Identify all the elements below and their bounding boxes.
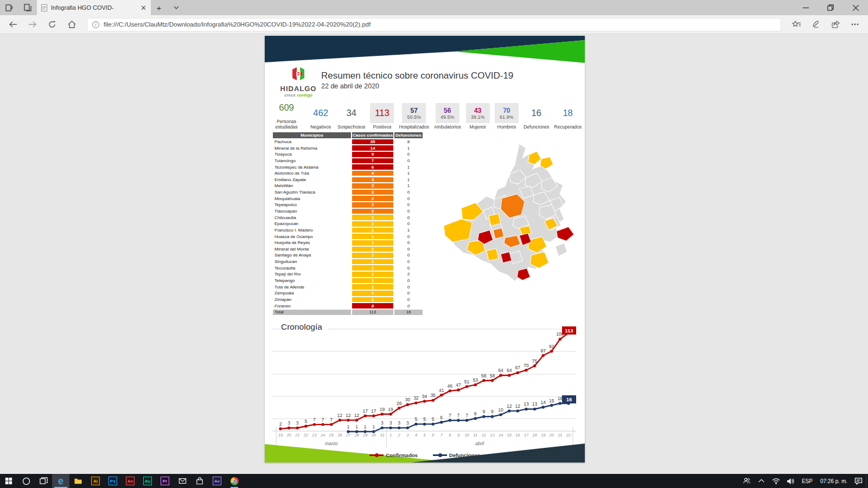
confirmed-cases-bar: 1 <box>352 253 393 258</box>
language-indicator[interactable]: ESP <box>798 474 816 488</box>
taskbar-store-button[interactable] <box>191 474 208 488</box>
stat-label: Hombres <box>497 125 516 130</box>
deaths-value: 0 <box>394 158 423 163</box>
data-point-label: 6 <box>440 415 443 420</box>
tray-chevron-up-button[interactable] <box>754 474 769 488</box>
confirmed-cases-bar: 1 <box>352 234 393 239</box>
taskbar-mail-button[interactable] <box>174 474 191 488</box>
tab-close-icon[interactable]: ✕ <box>141 4 146 12</box>
clock[interactable]: 07:26 p. m. <box>816 474 851 488</box>
data-point-label: 3 <box>406 420 409 426</box>
more-options-icon[interactable] <box>845 16 865 33</box>
stat-percentage: 49.5% <box>441 114 455 120</box>
data-point <box>508 409 510 412</box>
taskbar-chrome-button[interactable] <box>226 474 243 488</box>
action-center-button[interactable] <box>851 474 866 488</box>
municipality-name: Tezontepec de Aldama <box>273 165 351 170</box>
deaths-value: 1 <box>394 171 423 176</box>
table-row: Metztitlán31 <box>273 183 424 189</box>
deaths-value: 0 <box>394 266 423 271</box>
data-point <box>304 425 307 427</box>
taskbar-illustrator-icon[interactable]: Ai <box>87 474 104 488</box>
new-tab-button[interactable]: + <box>151 0 167 15</box>
data-point-label: 16 <box>558 396 563 401</box>
data-point <box>559 338 561 341</box>
deaths-value: 0 <box>394 240 423 245</box>
taskbar-premiere-icon[interactable]: Pr <box>156 474 174 488</box>
data-point-label: 7 <box>330 417 333 422</box>
deaths-value: 0 <box>394 196 423 201</box>
browser-tab[interactable]: Infografia HGO COVID- ✕ <box>37 0 151 15</box>
day-tick-label: 6 <box>432 433 435 438</box>
forward-icon[interactable] <box>23 16 42 33</box>
url-text[interactable]: file:///C:/Users/ClauMtz/Downloads/Infog… <box>104 21 371 28</box>
stat-value: 113 <box>375 108 389 118</box>
data-point <box>508 374 510 377</box>
taskbar-task-view-button[interactable] <box>35 474 52 488</box>
data-point <box>414 422 417 425</box>
data-point-label: 19 <box>380 407 385 412</box>
confirmed-cases-bar: 1 <box>352 221 393 227</box>
day-tick-label: 10 <box>464 433 469 438</box>
show-desktop-button[interactable] <box>866 474 868 488</box>
taskbar-file-explorer-button[interactable] <box>69 474 87 488</box>
taskbar-start-button[interactable] <box>0 474 17 488</box>
confirmed-cases-bar: 1 <box>352 284 393 290</box>
table-row: Atotonilco de Tula41 <box>273 170 424 177</box>
confirmed-cases-bar: 7 <box>352 158 393 164</box>
table-row: Tlaxcoapan20 <box>273 208 424 215</box>
taskbar-after-effects-icon[interactable]: Ae <box>208 474 226 488</box>
legend-label: Confirmados <box>386 452 418 458</box>
data-point-label: 3 <box>398 420 400 426</box>
share-icon[interactable] <box>826 16 845 33</box>
tray-people-button[interactable] <box>739 474 754 488</box>
data-point <box>516 371 519 374</box>
tray-volume-button[interactable] <box>783 474 798 488</box>
stat-label: Negativos <box>310 125 331 130</box>
home-icon[interactable] <box>62 16 81 33</box>
minimize-button[interactable] <box>793 0 818 15</box>
confirmed-cases-bar: 1 <box>352 291 393 296</box>
tab-list-chevron-icon[interactable] <box>167 0 186 15</box>
taskbar-edge-button[interactable]: e <box>52 474 69 488</box>
web-note-pen-icon[interactable] <box>806 16 826 33</box>
address-bar[interactable]: i file:///C:/Users/ClauMtz/Downloads/Inf… <box>87 18 781 31</box>
taskbar-photoshop-icon[interactable]: Ps <box>104 474 122 488</box>
table-row: Tula de Allende10 <box>273 284 424 290</box>
confirmed-cases-bar: 2 <box>352 209 393 214</box>
chronology-title: Cronología <box>281 322 328 332</box>
table-row: Pachuca358 <box>273 139 424 145</box>
day-tick-label: 3 <box>406 433 409 438</box>
data-point <box>423 400 426 402</box>
data-point-label: 12 <box>507 403 512 409</box>
municipality-name: Epazoyucan <box>273 221 351 226</box>
hidalgo-logo-icon: H <box>289 66 308 81</box>
confirmed-cases-bar: 6 <box>352 164 393 170</box>
data-point <box>372 414 375 417</box>
tray-wifi-button[interactable] <box>769 474 783 488</box>
tabs-preview-icon[interactable] <box>18 0 37 15</box>
day-tick-label: 22 <box>566 433 571 438</box>
legend-label: Defunciones <box>449 452 480 458</box>
restore-button[interactable] <box>818 0 843 15</box>
taskbar-search-button[interactable] <box>17 474 35 488</box>
back-icon[interactable] <box>3 16 23 33</box>
page-info-icon[interactable]: i <box>92 21 99 28</box>
day-tick-label: 26 <box>337 433 342 438</box>
taskbar-audition-icon[interactable]: Au <box>139 474 156 488</box>
refresh-icon[interactable] <box>42 16 62 33</box>
favorites-icon[interactable] <box>787 16 806 33</box>
day-tick-label: 28 <box>354 433 359 438</box>
close-button[interactable] <box>843 0 868 15</box>
municipality-name: Santiago de Anaya <box>273 253 351 258</box>
legend-item-confirmados: Confirmados <box>369 452 418 458</box>
taskbar-animate-icon[interactable]: An <box>122 474 139 488</box>
data-point-label: 5 <box>304 419 307 424</box>
top-banner-graphic <box>265 36 585 63</box>
table-row: Tepeji del Río12 <box>273 271 424 278</box>
day-tick-label: 14 <box>499 433 503 438</box>
table-row: Chilcuautla10 <box>273 214 424 221</box>
set-tabs-aside-icon[interactable] <box>0 0 18 15</box>
stat-label: Mujeres <box>470 125 486 130</box>
data-point-label: 58 <box>490 373 495 378</box>
